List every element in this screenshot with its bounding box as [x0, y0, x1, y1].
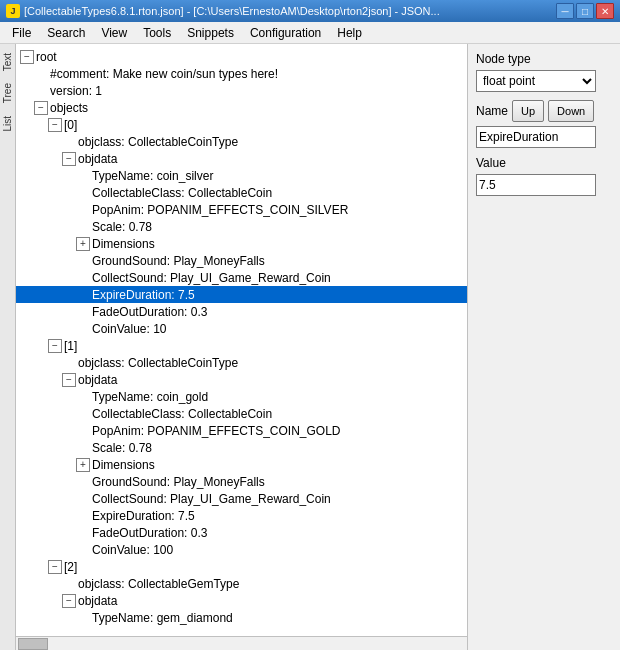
menu-configuration[interactable]: Configuration [242, 24, 329, 42]
horizontal-scrollbar[interactable] [16, 636, 467, 650]
expander-item2[interactable]: − [48, 560, 62, 574]
node-label-typename0: TypeName: coin_silver [92, 169, 213, 183]
node-label-objclass2: objclass: CollectableGemType [78, 577, 239, 591]
down-button[interactable]: Down [548, 100, 594, 122]
node-label-dimensions1: Dimensions [92, 458, 155, 472]
menu-bar: File Search View Tools Snippets Configur… [0, 22, 620, 44]
node-label-objdata1: objdata [78, 373, 117, 387]
tree-node-coinvalue1[interactable]: CoinValue: 100 [16, 541, 467, 558]
tree-node-objdata2[interactable]: −objdata [16, 592, 467, 609]
expander-dimensions1[interactable]: + [76, 458, 90, 472]
restore-button[interactable]: □ [576, 3, 594, 19]
tree-node-objclass1[interactable]: objclass: CollectableCoinType [16, 354, 467, 371]
menu-view[interactable]: View [93, 24, 135, 42]
expander-objdata1[interactable]: − [62, 373, 76, 387]
tree-panel: −root#comment: Make new coin/sun types h… [16, 44, 468, 650]
tree-scroll[interactable]: −root#comment: Make new coin/sun types h… [16, 44, 467, 636]
tree-node-objclass2[interactable]: objclass: CollectableGemType [16, 575, 467, 592]
node-label-expireduration1: ExpireDuration: 7.5 [92, 509, 195, 523]
node-label-fadeoutduration1: FadeOutDuration: 0.3 [92, 526, 207, 540]
tree-node-typename0[interactable]: TypeName: coin_silver [16, 167, 467, 184]
tab-text[interactable]: Text [0, 48, 16, 76]
close-button[interactable]: ✕ [596, 3, 614, 19]
expander-dimensions0[interactable]: + [76, 237, 90, 251]
value-input[interactable] [476, 174, 596, 196]
tree-node-typename2[interactable]: TypeName: gem_diamond [16, 609, 467, 626]
up-button[interactable]: Up [512, 100, 544, 122]
node-label-objclass1: objclass: CollectableCoinType [78, 356, 238, 370]
tree-node-collectsound0[interactable]: CollectSound: Play_UI_Game_Reward_Coin [16, 269, 467, 286]
node-label-objects: objects [50, 101, 88, 115]
tree-node-collectableclass1[interactable]: CollectableClass: CollectableCoin [16, 405, 467, 422]
node-label-groundsound0: GroundSound: Play_MoneyFalls [92, 254, 265, 268]
node-label-coinvalue1: CoinValue: 100 [92, 543, 173, 557]
tree-node-item2[interactable]: −[2] [16, 558, 467, 575]
node-label-expireduration0: ExpireDuration: 7.5 [92, 288, 195, 302]
expander-item0[interactable]: − [48, 118, 62, 132]
tab-list[interactable]: List [0, 111, 16, 137]
tab-tree[interactable]: Tree [0, 78, 16, 108]
node-label-scale1: Scale: 0.78 [92, 441, 152, 455]
tree-node-version[interactable]: version: 1 [16, 82, 467, 99]
tree-node-objects[interactable]: −objects [16, 99, 467, 116]
tree-node-objdata1[interactable]: −objdata [16, 371, 467, 388]
minimize-button[interactable]: ─ [556, 3, 574, 19]
tree-node-dimensions1[interactable]: +Dimensions [16, 456, 467, 473]
tree-node-popanim0[interactable]: PopAnim: POPANIM_EFFECTS_COIN_SILVER [16, 201, 467, 218]
node-label-comment: #comment: Make new coin/sun types here! [50, 67, 278, 81]
name-input[interactable] [476, 126, 596, 148]
title-bar-controls: ─ □ ✕ [556, 3, 614, 19]
tree-node-dimensions0[interactable]: +Dimensions [16, 235, 467, 252]
tree-node-typename1[interactable]: TypeName: coin_gold [16, 388, 467, 405]
menu-help[interactable]: Help [329, 24, 370, 42]
name-row: Name Up Down [476, 100, 612, 122]
tree-node-objdata0[interactable]: −objdata [16, 150, 467, 167]
expander-root[interactable]: − [20, 50, 34, 64]
right-panel: Node type float pointstringintegerboolea… [468, 44, 620, 650]
node-label-objclass0: objclass: CollectableCoinType [78, 135, 238, 149]
tree-node-collectableclass0[interactable]: CollectableClass: CollectableCoin [16, 184, 467, 201]
node-label-typename2: TypeName: gem_diamond [92, 611, 233, 625]
tree-node-root[interactable]: −root [16, 48, 467, 65]
node-type-label: Node type [476, 52, 612, 66]
expander-item1[interactable]: − [48, 339, 62, 353]
tree-node-item1[interactable]: −[1] [16, 337, 467, 354]
tree-node-scale1[interactable]: Scale: 0.78 [16, 439, 467, 456]
expander-objdata2[interactable]: − [62, 594, 76, 608]
tree-node-fadeoutduration1[interactable]: FadeOutDuration: 0.3 [16, 524, 467, 541]
menu-file[interactable]: File [4, 24, 39, 42]
node-label-item2: [2] [64, 560, 77, 574]
menu-tools[interactable]: Tools [135, 24, 179, 42]
scrollbar-thumb[interactable] [18, 638, 48, 650]
tree-node-popanim1[interactable]: PopAnim: POPANIM_EFFECTS_COIN_GOLD [16, 422, 467, 439]
node-label-popanim1: PopAnim: POPANIM_EFFECTS_COIN_GOLD [92, 424, 341, 438]
value-label: Value [476, 156, 612, 170]
tree-node-item0[interactable]: −[0] [16, 116, 467, 133]
tree-node-fadeoutduration0[interactable]: FadeOutDuration: 0.3 [16, 303, 467, 320]
node-label-collectableclass0: CollectableClass: CollectableCoin [92, 186, 272, 200]
tree-node-groundsound0[interactable]: GroundSound: Play_MoneyFalls [16, 252, 467, 269]
node-label-fadeoutduration0: FadeOutDuration: 0.3 [92, 305, 207, 319]
tree-node-objclass0[interactable]: objclass: CollectableCoinType [16, 133, 467, 150]
node-label-version: version: 1 [50, 84, 102, 98]
node-label-coinvalue0: CoinValue: 10 [92, 322, 167, 336]
tree-node-comment[interactable]: #comment: Make new coin/sun types here! [16, 65, 467, 82]
node-label-groundsound1: GroundSound: Play_MoneyFalls [92, 475, 265, 489]
node-type-select[interactable]: float pointstringintegerbooleanobjectarr… [476, 70, 596, 92]
tree-node-expireduration0[interactable]: ExpireDuration: 7.5 [16, 286, 467, 303]
menu-snippets[interactable]: Snippets [179, 24, 242, 42]
node-label-root: root [36, 50, 57, 64]
menu-search[interactable]: Search [39, 24, 93, 42]
expander-objects[interactable]: − [34, 101, 48, 115]
tree-node-coinvalue0[interactable]: CoinValue: 10 [16, 320, 467, 337]
tree-node-scale0[interactable]: Scale: 0.78 [16, 218, 467, 235]
value-section: Value [476, 156, 612, 196]
expander-objdata0[interactable]: − [62, 152, 76, 166]
name-section: Name Up Down [476, 100, 612, 148]
tree-node-collectsound1[interactable]: CollectSound: Play_UI_Game_Reward_Coin [16, 490, 467, 507]
tree-node-groundsound1[interactable]: GroundSound: Play_MoneyFalls [16, 473, 467, 490]
tree-node-expireduration1[interactable]: ExpireDuration: 7.5 [16, 507, 467, 524]
node-label-collectsound0: CollectSound: Play_UI_Game_Reward_Coin [92, 271, 331, 285]
vertical-tabs: Text Tree List [0, 44, 16, 650]
node-label-typename1: TypeName: coin_gold [92, 390, 208, 404]
